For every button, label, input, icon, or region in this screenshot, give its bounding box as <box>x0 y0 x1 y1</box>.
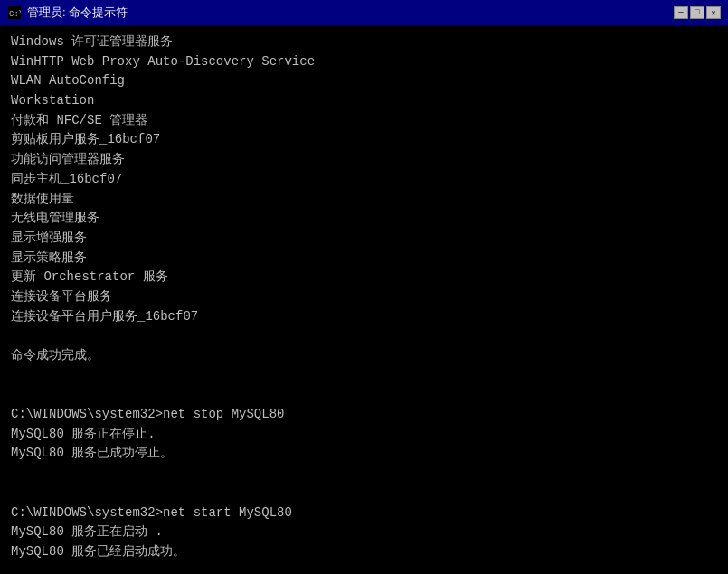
console-line: WLAN AutoConfig <box>11 71 717 91</box>
console-line <box>11 562 717 574</box>
title-bar-text: 管理员: 命令提示符 <box>27 5 668 21</box>
console-line: 显示增强服务 <box>11 229 717 249</box>
console-line: 剪贴板用户服务_16bcf07 <box>11 130 717 150</box>
console-line: 功能访问管理器服务 <box>11 150 717 170</box>
console-line: 无线电管理服务 <box>11 209 717 229</box>
console-line: MySQL80 服务正在停止. <box>11 425 717 445</box>
console-line: Windows 许可证管理器服务 <box>11 33 717 52</box>
console-line: 更新 Orchestrator 服务 <box>11 268 717 287</box>
console-line <box>11 464 717 484</box>
console-line: C:\WINDOWS\system32>net start MySQL80 <box>11 503 717 523</box>
title-bar: C:\ 管理员: 命令提示符 ─ □ ✕ <box>0 0 728 25</box>
console-line <box>11 484 717 503</box>
console-line: MySQL80 服务已经启动成功。 <box>11 542 717 562</box>
cmd-icon: C:\ <box>7 5 22 20</box>
console-line <box>11 366 717 386</box>
console-area[interactable]: Windows 许可证管理器服务WinHTTP Web Proxy Auto-D… <box>0 25 728 574</box>
window-container: C:\ 管理员: 命令提示符 ─ □ ✕ Windows 许可证管理器服务Win… <box>0 0 728 574</box>
console-line <box>11 385 717 405</box>
console-line: WinHTTP Web Proxy Auto-Discovery Service <box>11 52 717 72</box>
svg-text:C:\: C:\ <box>9 10 21 19</box>
title-bar-buttons: ─ □ ✕ <box>674 6 721 19</box>
console-line: 命令成功完成。 <box>11 346 717 366</box>
console-line: Workstation <box>11 91 717 111</box>
console-line: 连接设备平台用户服务_16bcf07 <box>11 307 717 327</box>
minimize-button[interactable]: ─ <box>674 6 688 19</box>
console-line: 同步主机_16bcf07 <box>11 170 717 190</box>
console-line: MySQL80 服务已成功停止。 <box>11 444 717 464</box>
console-line: C:\WINDOWS\system32>net stop MySQL80 <box>11 405 717 425</box>
console-line: 连接设备平台服务 <box>11 287 717 307</box>
console-line: 付款和 NFC/SE 管理器 <box>11 111 717 131</box>
console-line: 显示策略服务 <box>11 249 717 268</box>
close-button[interactable]: ✕ <box>706 6 721 19</box>
console-line <box>11 326 717 346</box>
console-line: 数据使用量 <box>11 190 717 210</box>
console-line: MySQL80 服务正在启动 . <box>11 522 717 542</box>
maximize-button[interactable]: □ <box>690 6 704 19</box>
